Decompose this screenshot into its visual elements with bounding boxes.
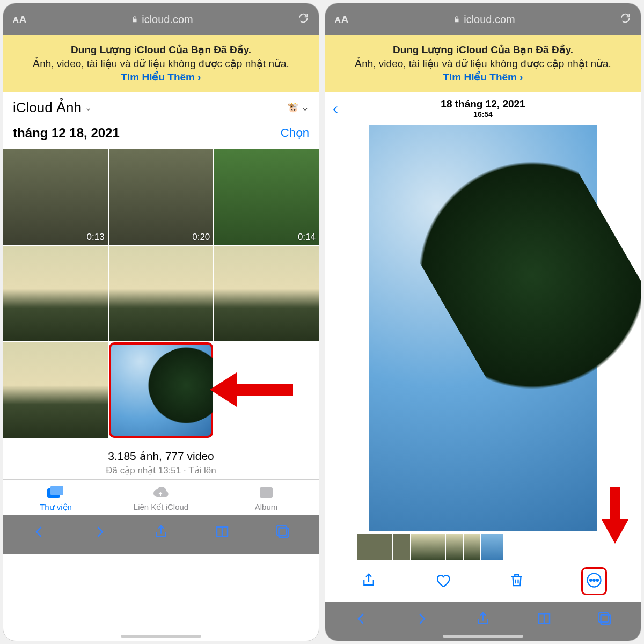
grid-item[interactable] xyxy=(214,246,319,341)
library-icon xyxy=(47,485,65,500)
reload-button[interactable] xyxy=(619,12,631,26)
banner-title: Dung Lượng iCloud Của Bạn Đã Đầy. xyxy=(393,44,573,55)
more-button[interactable] xyxy=(583,569,605,594)
grid-item[interactable] xyxy=(3,246,108,341)
library-title: iCloud Ảnh xyxy=(13,99,82,116)
library-header[interactable]: iCloud Ảnh ⌄ 🐮 ⌄ xyxy=(3,92,319,120)
back-button[interactable] xyxy=(353,611,369,629)
home-indicator xyxy=(121,635,201,638)
filmstrip-thumb[interactable] xyxy=(464,534,481,560)
bottom-tab-bar: Thư viện Liên Kết iCloud Album xyxy=(3,479,319,515)
svg-rect-1 xyxy=(50,486,63,495)
banner-body: Ảnh, video, tài liệu và dữ liệu không đư… xyxy=(355,58,611,69)
filmstrip-thumb[interactable] xyxy=(411,534,428,560)
filmstrip-thumb[interactable] xyxy=(393,534,410,560)
footer-sub: Đã cập nhật 13:51 · Tải lên xyxy=(3,465,319,476)
date-label: tháng 12 18, 2021 xyxy=(13,126,281,141)
storage-full-banner: Dung Lượng iCloud Của Bạn Đã Đầy. Ảnh, v… xyxy=(3,35,319,92)
footer-count: 3.185 ảnh, 777 video xyxy=(3,450,319,463)
back-button[interactable] xyxy=(31,524,47,542)
learn-more-link[interactable]: Tìm Hiểu Thêm › xyxy=(443,71,523,83)
lock-icon xyxy=(453,13,460,26)
safari-toolbar xyxy=(3,515,319,554)
detail-date: 18 tháng 12, 2021 xyxy=(441,98,525,110)
phone-right-detail: ᴀA icloud.com Dung Lượng iCloud Của Bạn … xyxy=(325,3,641,641)
safari-address-bar: ᴀA icloud.com xyxy=(3,3,319,35)
tabs-button[interactable] xyxy=(275,524,291,542)
reload-button[interactable] xyxy=(297,12,309,26)
account-avatar: 🐮 xyxy=(287,101,299,113)
chevron-down-icon: ⌄ xyxy=(85,103,92,113)
bookmarks-button[interactable] xyxy=(214,524,230,542)
banner-body: Ảnh, video, tài liệu và dữ liệu không đư… xyxy=(33,58,289,69)
grid-item[interactable] xyxy=(3,342,108,438)
svg-point-7 xyxy=(593,579,595,581)
phone-left-library: ᴀA icloud.com Dung Lượng iCloud Của Bạn … xyxy=(3,3,319,641)
tab-label: Thư viện xyxy=(40,502,72,512)
date-row: tháng 12 18, 2021 Chọn xyxy=(3,120,319,149)
storage-full-banner: Dung Lượng iCloud Của Bạn Đã Đầy. Ảnh, v… xyxy=(325,35,641,92)
tab-library[interactable]: Thư viện xyxy=(3,485,108,512)
grid-item-empty xyxy=(214,342,319,438)
share-button[interactable] xyxy=(475,611,491,629)
photo-content xyxy=(369,125,596,531)
filmstrip-thumb[interactable] xyxy=(446,534,463,560)
back-chevron[interactable]: ‹ xyxy=(333,99,338,118)
share-button[interactable] xyxy=(153,524,169,542)
filmstrip[interactable] xyxy=(325,531,641,560)
filmstrip-thumb[interactable] xyxy=(357,534,375,560)
svg-point-8 xyxy=(597,579,599,581)
grid-item[interactable] xyxy=(109,246,214,341)
photo-viewer[interactable] xyxy=(325,125,641,531)
bookmarks-button[interactable] xyxy=(536,611,552,629)
tabs-button[interactable] xyxy=(597,611,613,629)
video-duration: 0:14 xyxy=(298,232,316,243)
library-footer: 3.185 ảnh, 777 video Đã cập nhật 13:51 ·… xyxy=(3,438,319,479)
account-menu[interactable]: 🐮 ⌄ xyxy=(287,101,309,113)
photo-grid: 0:13 0:20 0:14 xyxy=(3,149,319,438)
url-display[interactable]: icloud.com xyxy=(27,13,297,26)
grid-item[interactable]: 0:14 xyxy=(214,149,319,245)
footer-upload-link[interactable]: Tải lên xyxy=(188,465,216,475)
chevron-down-icon: ⌄ xyxy=(301,101,309,113)
video-duration: 0:13 xyxy=(87,232,105,243)
banner-title: Dung Lượng iCloud Của Bạn Đã Đầy. xyxy=(71,44,251,55)
tab-label: Album xyxy=(255,502,278,511)
text-size-button[interactable]: ᴀA xyxy=(335,13,349,25)
tab-label: Liên Kết iCloud xyxy=(134,502,188,512)
url-text: icloud.com xyxy=(142,13,193,26)
favorite-button[interactable] xyxy=(435,572,451,590)
album-icon xyxy=(257,485,275,500)
select-button[interactable]: Chọn xyxy=(281,126,309,140)
cloud-link-icon xyxy=(152,485,170,500)
text-size-button[interactable]: ᴀA xyxy=(13,13,27,25)
grid-item[interactable]: 0:20 xyxy=(109,149,214,245)
home-indicator xyxy=(443,635,523,638)
detail-header: ‹ 18 tháng 12, 2021 16:54 xyxy=(325,92,641,125)
photo-toolbar xyxy=(325,560,641,602)
detail-time: 16:54 xyxy=(441,110,525,119)
forward-button[interactable] xyxy=(414,611,430,629)
tab-links[interactable]: Liên Kết iCloud xyxy=(108,485,214,512)
filmstrip-thumb[interactable] xyxy=(428,534,445,560)
grid-item[interactable]: 0:13 xyxy=(3,149,108,245)
url-text: icloud.com xyxy=(464,13,515,26)
url-display[interactable]: icloud.com xyxy=(349,13,619,26)
filmstrip-thumb[interactable] xyxy=(375,534,392,560)
lock-icon xyxy=(131,13,138,26)
forward-button[interactable] xyxy=(92,524,108,542)
learn-more-link[interactable]: Tìm Hiểu Thêm › xyxy=(121,71,201,83)
footer-updated: Đã cập nhật 13:51 xyxy=(106,465,181,475)
video-duration: 0:20 xyxy=(192,232,210,243)
share-button[interactable] xyxy=(361,572,377,590)
svg-rect-2 xyxy=(260,487,273,498)
delete-button[interactable] xyxy=(509,572,525,590)
svg-point-6 xyxy=(590,579,592,581)
tab-album[interactable]: Album xyxy=(214,485,319,512)
grid-item-selected[interactable] xyxy=(109,342,214,438)
safari-address-bar: ᴀA icloud.com xyxy=(325,3,641,35)
filmstrip-thumb-selected[interactable] xyxy=(481,534,503,560)
